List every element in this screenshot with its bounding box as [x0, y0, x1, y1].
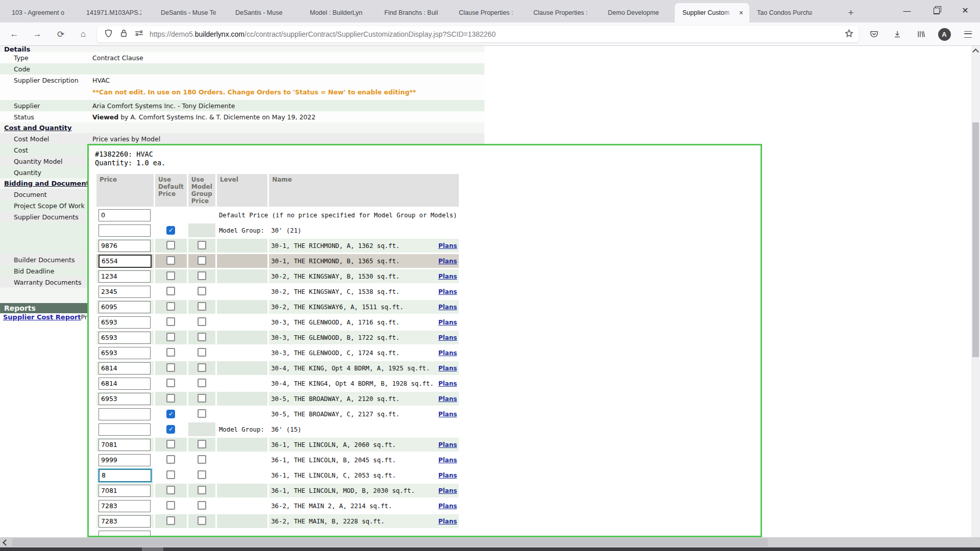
- tab-7[interactable]: Clause Properties :: [451, 3, 526, 22]
- price-input[interactable]: [99, 270, 151, 283]
- use-default-price-checkbox[interactable]: [166, 379, 175, 387]
- use-model-group-price-checkbox[interactable]: [198, 455, 206, 464]
- scroll-left-arrow-icon[interactable]: [3, 539, 9, 546]
- price-input[interactable]: [99, 347, 151, 359]
- use-default-price-checkbox[interactable]: [166, 256, 175, 265]
- use-default-price-checkbox[interactable]: [166, 241, 175, 249]
- tab-close-icon[interactable]: ×: [737, 8, 746, 17]
- plans-link[interactable]: Plans: [438, 472, 457, 479]
- pocket-icon[interactable]: [866, 26, 882, 42]
- price-input[interactable]: [99, 515, 151, 528]
- plans-link[interactable]: Plans: [438, 304, 457, 311]
- use-default-price-checkbox[interactable]: [166, 501, 175, 510]
- price-input[interactable]: [99, 454, 151, 466]
- use-default-price-checkbox[interactable]: [166, 455, 175, 464]
- menu-button[interactable]: [960, 26, 976, 42]
- use-default-price-checkbox[interactable]: [166, 363, 175, 372]
- price-input[interactable]: [99, 439, 151, 451]
- use-model-group-price-checkbox[interactable]: [198, 333, 206, 341]
- price-input[interactable]: [99, 224, 151, 237]
- tab-1[interactable]: 103 - Agreement o: [4, 3, 79, 22]
- price-input[interactable]: [99, 209, 151, 221]
- price-input[interactable]: [99, 378, 151, 390]
- scroll-up-arrow-icon[interactable]: [972, 48, 979, 55]
- new-tab-button[interactable]: +: [843, 5, 859, 20]
- price-input[interactable]: [99, 240, 151, 252]
- download-icon[interactable]: [889, 26, 905, 42]
- tracking-shield-icon[interactable]: [104, 29, 113, 40]
- use-model-group-price-checkbox[interactable]: [198, 470, 206, 479]
- use-model-group-price-checkbox[interactable]: [198, 302, 206, 311]
- plans-link[interactable]: Plans: [438, 518, 457, 525]
- plans-link[interactable]: Plans: [438, 503, 457, 510]
- use-model-group-price-checkbox[interactable]: [198, 501, 206, 510]
- vertical-scrollbar[interactable]: [971, 46, 980, 537]
- plans-link[interactable]: Plans: [438, 380, 457, 387]
- tab-2[interactable]: 141971.M103APS.2: [79, 3, 153, 22]
- price-input[interactable]: [99, 393, 151, 405]
- use-model-group-price-checkbox[interactable]: [198, 440, 206, 448]
- plans-link[interactable]: Plans: [438, 349, 457, 357]
- plans-link[interactable]: Plans: [438, 457, 457, 464]
- price-input[interactable]: [99, 469, 152, 482]
- use-model-group-price-checkbox[interactable]: [198, 409, 206, 418]
- use-model-group-price-checkbox[interactable]: [198, 379, 206, 387]
- permissions-icon[interactable]: [135, 30, 143, 39]
- horizontal-scrollbar[interactable]: [0, 537, 980, 547]
- window-minimize-button[interactable]: —: [892, 0, 922, 20]
- tab-4[interactable]: DeSantis - Muse: [228, 3, 302, 22]
- use-default-price-checkbox[interactable]: [166, 333, 175, 341]
- use-default-price-checkbox[interactable]: [166, 271, 175, 280]
- lock-icon[interactable]: [120, 29, 128, 39]
- supplier-cost-report-link[interactable]: Supplier Cost Report: [3, 313, 81, 321]
- use-default-price-checkbox[interactable]: [166, 486, 175, 494]
- use-default-price-checkbox[interactable]: [166, 470, 175, 479]
- vertical-scrollbar-thumb[interactable]: [972, 122, 979, 357]
- library-icon[interactable]: [913, 26, 929, 42]
- tab-9[interactable]: Demo Developme: [600, 3, 675, 22]
- use-default-price-checkbox[interactable]: [166, 425, 175, 434]
- use-default-price-checkbox[interactable]: [166, 440, 175, 448]
- window-restore-button[interactable]: [922, 0, 951, 20]
- price-input[interactable]: [99, 423, 151, 436]
- plans-link[interactable]: Plans: [438, 487, 457, 494]
- price-input[interactable]: [99, 500, 151, 512]
- price-input[interactable]: [99, 301, 151, 313]
- tab-11[interactable]: Tao Condos Purcha: [749, 3, 824, 22]
- plans-link[interactable]: Plans: [438, 365, 457, 372]
- home-button[interactable]: ⌂: [75, 26, 91, 42]
- use-model-group-price-checkbox[interactable]: [198, 363, 206, 372]
- window-close-button[interactable]: ✕: [950, 0, 980, 20]
- use-default-price-checkbox[interactable]: [166, 302, 175, 311]
- price-input[interactable]: [99, 316, 151, 329]
- plans-link[interactable]: Plans: [438, 242, 457, 249]
- use-default-price-checkbox[interactable]: [166, 410, 175, 418]
- plans-link[interactable]: Plans: [438, 288, 457, 295]
- tab-5[interactable]: Model : BuilderLyn: [302, 3, 377, 22]
- account-button[interactable]: A: [936, 26, 952, 42]
- use-model-group-price-checkbox[interactable]: [198, 394, 206, 403]
- plans-link[interactable]: Plans: [438, 258, 457, 265]
- plans-link[interactable]: Plans: [438, 411, 457, 418]
- use-default-price-checkbox[interactable]: [166, 317, 175, 326]
- plans-link[interactable]: Plans: [438, 273, 457, 280]
- price-input[interactable]: [99, 485, 151, 497]
- use-default-price-checkbox[interactable]: [166, 516, 175, 525]
- tab-10-active[interactable]: Supplier Custom×: [675, 3, 749, 22]
- use-model-group-price-checkbox[interactable]: [198, 256, 206, 265]
- plans-link[interactable]: Plans: [438, 334, 457, 341]
- price-input[interactable]: [99, 286, 151, 298]
- use-default-price-checkbox[interactable]: [166, 226, 175, 235]
- forward-button[interactable]: →: [29, 26, 45, 42]
- price-input[interactable]: [99, 408, 151, 420]
- tab-3[interactable]: DeSantis - Muse Te: [153, 3, 228, 22]
- reload-button[interactable]: ⟳: [53, 26, 69, 42]
- bookmark-star-icon[interactable]: [845, 29, 853, 40]
- price-input[interactable]: [99, 531, 151, 538]
- back-button[interactable]: ←: [6, 26, 22, 42]
- plans-link[interactable]: Plans: [438, 395, 457, 403]
- price-input[interactable]: [99, 255, 152, 268]
- plans-link[interactable]: Plans: [438, 441, 457, 448]
- use-model-group-price-checkbox[interactable]: [198, 287, 206, 295]
- plans-link[interactable]: Plans: [438, 319, 457, 326]
